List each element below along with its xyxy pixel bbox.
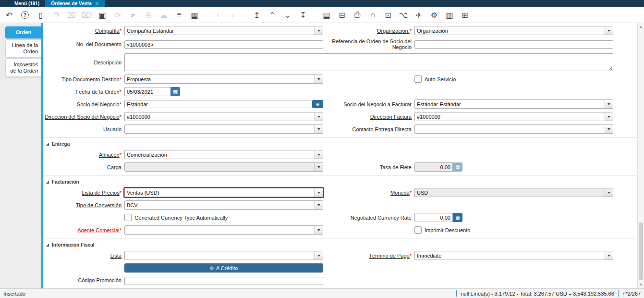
document-no-input[interactable] [124, 40, 323, 49]
dropship-contact-dropdown-button[interactable] [605, 125, 613, 133]
partner-address-input[interactable] [125, 112, 315, 121]
undo-icon[interactable]: ↶ [4, 9, 14, 21]
currency-label[interactable]: Moneda* [327, 190, 414, 196]
warehouse-label[interactable]: Almacén* [45, 152, 124, 158]
payment-term-input[interactable] [415, 251, 605, 260]
report-icon[interactable]: ▤ [321, 9, 332, 21]
vertical-scrollbar[interactable]: ▲ ▼ [637, 23, 644, 288]
archive-icon[interactable]: ⊟ [337, 9, 347, 21]
list-dropdown-button[interactable] [315, 251, 323, 260]
invoice-address-input[interactable] [415, 112, 605, 121]
sidebar-item-impuestos-de-la-orden[interactable]: Impuestos de la Orden [5, 59, 41, 77]
payment-term-label[interactable]: Término de Pago* [327, 253, 414, 259]
sidebar-item-orden[interactable]: Orden [5, 26, 41, 38]
order-date-calendar-button[interactable]: ▦ [170, 87, 180, 96]
grid-toggle-icon[interactable]: ≡ [174, 9, 184, 21]
self-service-checkbox[interactable] [414, 75, 422, 83]
target-doc-type-field[interactable] [124, 74, 323, 84]
partner-address-dropdown-button[interactable] [315, 112, 323, 121]
freight-label[interactable]: Carga [45, 164, 124, 170]
business-partner-field[interactable]: ◉ [124, 100, 323, 108]
organization-label[interactable]: Organización.* [327, 28, 414, 34]
last-record-icon[interactable]: ↧ [298, 9, 308, 21]
business-partner-label[interactable]: Socio del Negocio* [45, 101, 124, 107]
list-field[interactable] [124, 251, 323, 260]
price-list-field[interactable] [124, 188, 323, 197]
scroll-up-icon[interactable]: ▲ [638, 25, 644, 29]
company-label[interactable]: Compañía* [45, 28, 124, 34]
new-record-icon[interactable]: ▯ [36, 9, 46, 21]
parent-record-icon[interactable]: ⌃ [267, 9, 278, 21]
report-find-icon[interactable]: ▥ [444, 9, 455, 21]
workflow-icon[interactable]: ⌥ [398, 9, 409, 21]
conversion-type-input[interactable] [125, 201, 315, 209]
target-doc-type-label[interactable]: Tipo Documento Destino* [45, 76, 124, 82]
invoice-address-field[interactable] [414, 112, 613, 121]
warehouse-dropdown-button[interactable] [315, 150, 323, 159]
detail-record-icon[interactable]: ⌄ [282, 9, 293, 21]
generated-currency-checkbox[interactable] [124, 214, 132, 221]
sales-rep-field[interactable] [124, 225, 323, 235]
conversion-type-label[interactable]: Tipo de Conversión [45, 202, 124, 208]
target-doc-type-input[interactable] [125, 75, 315, 83]
description-textarea[interactable] [124, 53, 613, 71]
bp-order-ref-input[interactable] [414, 40, 613, 49]
invoice-address-dropdown-button[interactable] [605, 112, 613, 121]
price-list-input[interactable] [125, 188, 315, 197]
price-list-dropdown-button[interactable] [315, 188, 323, 197]
negotiated-rate-input[interactable] [414, 213, 453, 222]
company-field[interactable] [124, 26, 323, 35]
payment-term-dropdown-button[interactable] [605, 251, 613, 260]
calendar-icon[interactable]: ▦ [189, 9, 200, 21]
conversion-type-field[interactable] [124, 200, 323, 210]
scrollbar-thumb[interactable] [639, 223, 643, 280]
save-icon[interactable]: ▣ [97, 9, 108, 21]
dropship-contact-label[interactable]: Contacto Entrega Directa [327, 126, 414, 132]
form-icon[interactable]: ⊞ [460, 9, 470, 21]
user-dropdown-button[interactable] [315, 125, 323, 133]
user-label[interactable]: Usuario [45, 126, 124, 132]
user-field[interactable] [124, 124, 323, 134]
section-invoicing[interactable]: Facturación [43, 175, 637, 185]
partner-address-field[interactable] [124, 112, 323, 121]
invoice-address-label[interactable]: Dirección Factura [327, 114, 414, 120]
sales-rep-dropdown-button[interactable] [315, 226, 323, 234]
partner-address-label[interactable]: Dirección del Socio del Negocio* [45, 114, 124, 120]
target-doc-type-dropdown-button[interactable] [315, 75, 323, 83]
zoom-across-icon[interactable]: ⊡ [383, 9, 393, 21]
business-partner-info-button[interactable]: ◉ [312, 100, 323, 108]
send-icon[interactable]: ✈ [413, 9, 424, 21]
preferences-icon[interactable]: ⚙ [429, 9, 439, 21]
dropship-contact-field[interactable] [414, 124, 613, 134]
price-list-label[interactable]: Lista de Precios* [45, 190, 124, 196]
conversion-type-dropdown-button[interactable] [315, 201, 323, 209]
dropship-contact-input[interactable] [415, 125, 605, 133]
sidebar-item-linea-de-la-orden[interactable]: Línea de la Orden [5, 39, 41, 58]
lock-icon[interactable]: ⌂ [367, 9, 378, 21]
company-input[interactable] [125, 26, 315, 35]
credit-button[interactable]: ⊚ A Crédito [124, 263, 323, 273]
negotiated-rate-calculator-button[interactable]: ▦ [453, 213, 462, 222]
tab-menu[interactable]: Menú (181) [9, 0, 45, 7]
invoice-partner-label[interactable]: Socio del Negocio a Facturar [327, 101, 414, 107]
payment-term-field[interactable] [414, 251, 613, 260]
invoice-partner-dropdown-button[interactable] [605, 100, 613, 108]
company-dropdown-button[interactable] [315, 26, 323, 35]
invoice-partner-input[interactable] [415, 100, 605, 108]
print-discount-checkbox[interactable] [414, 226, 422, 234]
business-partner-input[interactable] [124, 100, 311, 108]
find-icon[interactable]: ⌕ [128, 9, 138, 21]
promo-code-input[interactable] [124, 277, 323, 285]
warehouse-field[interactable] [124, 150, 323, 159]
help-icon[interactable]: ? [21, 11, 29, 19]
warehouse-input[interactable] [125, 150, 315, 159]
tab-ordenes-de-venta[interactable]: Órdenes de Venta ✕ [45, 0, 105, 7]
section-fiscal[interactable]: Información Fiscal [43, 238, 637, 248]
list-label[interactable]: Lista [45, 253, 124, 259]
scroll-down-icon[interactable]: ▼ [638, 283, 644, 287]
organization-field[interactable] [414, 26, 613, 35]
list-input[interactable] [125, 251, 315, 260]
order-date-input[interactable] [124, 87, 170, 96]
print-icon[interactable]: ⎙ [352, 9, 363, 21]
organization-dropdown-button[interactable] [605, 26, 613, 35]
